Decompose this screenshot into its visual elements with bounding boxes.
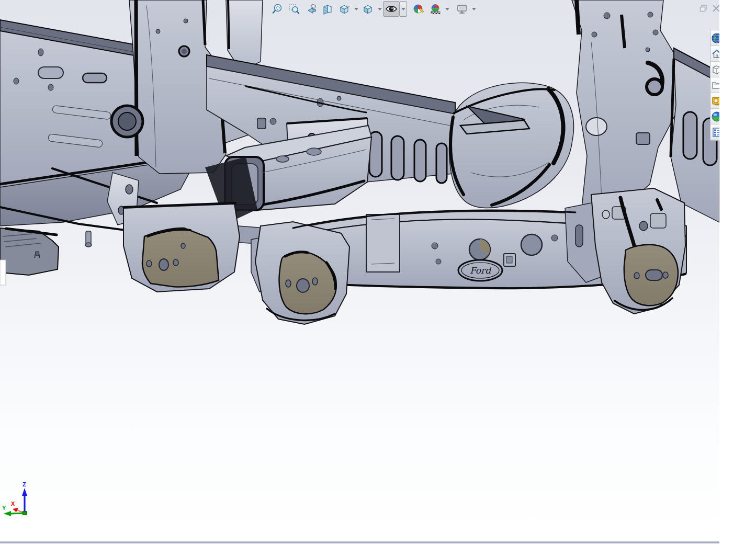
display-style-dropdown[interactable] (376, 2, 383, 16)
task-pane-tab-home[interactable] (710, 46, 719, 62)
triad-origin (23, 512, 27, 515)
y-axis-arrow (4, 511, 11, 516)
zoom-to-area-icon (288, 3, 300, 15)
restore-down-button[interactable] (698, 3, 709, 14)
x-axis-label: X (11, 501, 15, 507)
apply-scene-dropdown[interactable] (444, 2, 450, 16)
restore-down-icon (699, 4, 708, 13)
home-icon (711, 48, 719, 60)
apply-scene-icon (430, 3, 442, 15)
task-pane-tab-custom-properties[interactable] (710, 124, 719, 140)
part-center-casting[interactable] (449, 83, 574, 208)
view-settings-button[interactable] (454, 1, 470, 17)
view-palette-icon (711, 95, 719, 107)
part-right-skid-bracket[interactable] (565, 188, 685, 314)
status-bar-top-border (0, 541, 719, 543)
heads-up-view-toolbar (269, 1, 477, 17)
resources-globe-icon (711, 32, 719, 44)
y-axis-label: Y (2, 505, 6, 511)
design-library-icon (711, 64, 719, 75)
graphics-viewport[interactable]: Ford (0, 0, 719, 545)
zoom-to-fit-button[interactable] (269, 1, 286, 17)
view-orientation-icon (338, 3, 350, 15)
view-orientation-dropdown[interactable] (353, 2, 359, 16)
part-tow-bracket[interactable] (0, 228, 59, 285)
display-style-button[interactable] (359, 1, 376, 17)
edit-appearance-icon (413, 3, 425, 15)
view-orientation-button[interactable] (336, 1, 353, 17)
cad-model-truck-frame[interactable]: Ford (0, 0, 719, 545)
hide-show-items-button[interactable] (383, 1, 400, 17)
part-center-skid-bracket[interactable] (251, 222, 349, 324)
zoom-to-fit-icon (272, 3, 283, 15)
custom-properties-icon (711, 127, 719, 138)
task-pane-tab-strip (710, 30, 719, 141)
svg-text:Ford: Ford (470, 265, 492, 276)
part-drain-pin[interactable] (85, 231, 92, 247)
view-settings-icon (456, 3, 468, 15)
task-pane-tab-file-explorer[interactable] (710, 77, 719, 93)
close-icon (712, 4, 720, 13)
edit-appearance-button[interactable] (410, 1, 427, 17)
appearances-scenes-icon (711, 111, 719, 122)
hide-show-items-icon (385, 3, 398, 15)
view-settings-dropdown[interactable] (470, 2, 477, 16)
section-view-icon (322, 3, 333, 15)
orientation-triad: Z Y X (1, 481, 39, 521)
apply-scene-button[interactable] (427, 1, 444, 17)
zoom-to-area-button[interactable] (286, 1, 302, 17)
task-pane-tab-view-palette[interactable] (710, 93, 719, 109)
part-left-skid-bracket[interactable] (123, 204, 240, 292)
task-pane-tab-appearances[interactable] (710, 109, 719, 124)
close-button[interactable] (710, 3, 719, 14)
z-axis-label: Z (22, 481, 26, 487)
document-window-controls (698, 3, 719, 14)
z-axis-arrow (22, 488, 27, 496)
task-pane-tab-design-library[interactable] (710, 62, 719, 77)
hide-show-items-dropdown[interactable] (400, 1, 407, 17)
previous-view-button[interactable] (302, 1, 319, 17)
previous-view-icon (305, 3, 317, 15)
part-right-post[interactable] (572, 0, 681, 220)
display-style-icon (362, 3, 374, 15)
section-view-button[interactable] (319, 1, 336, 17)
application-window: { "window": { "controls": [ {"icon": "re… (0, 0, 756, 545)
task-pane-tab-resources[interactable] (710, 30, 719, 46)
file-explorer-icon (711, 80, 719, 91)
